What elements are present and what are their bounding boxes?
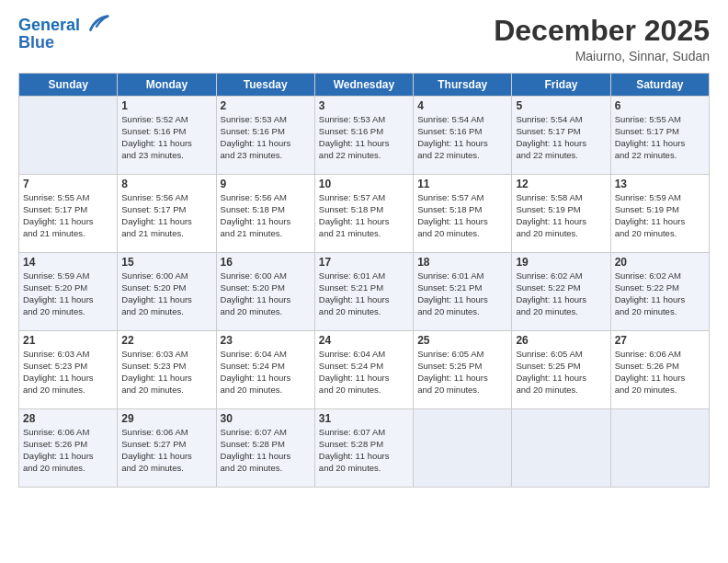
calendar-cell: 3Sunrise: 5:53 AMSunset: 5:16 PMDaylight… [314, 97, 413, 175]
calendar-cell: 8Sunrise: 5:56 AMSunset: 5:17 PMDaylight… [118, 175, 216, 253]
sunset-text: Sunset: 5:20 PM [121, 282, 211, 294]
daylight-text: Daylight: 11 hours [121, 138, 211, 150]
daylight-text-2: and 20 minutes. [319, 385, 409, 396]
calendar-cell: 13Sunrise: 5:59 AMSunset: 5:19 PMDayligh… [610, 175, 709, 253]
daylight-text-2: and 22 minutes. [417, 150, 507, 162]
calendar-cell [512, 409, 610, 488]
daylight-text: Daylight: 11 hours [221, 451, 311, 463]
calendar-cell: 1Sunrise: 5:52 AMSunset: 5:16 PMDaylight… [118, 97, 216, 175]
calendar-week-row: 21Sunrise: 6:03 AMSunset: 5:23 PMDayligh… [19, 331, 710, 409]
sunrise-text: Sunrise: 6:05 AM [516, 349, 606, 361]
daylight-text: Daylight: 11 hours [221, 373, 311, 385]
daylight-text: Daylight: 11 hours [121, 451, 211, 463]
sunrise-text: Sunrise: 5:57 AM [417, 192, 507, 204]
sunset-text: Sunset: 5:16 PM [121, 126, 211, 138]
sunrise-text: Sunrise: 6:03 AM [121, 349, 211, 361]
day-info: Sunrise: 5:54 AMSunset: 5:16 PMDaylight:… [417, 114, 507, 161]
sunset-text: Sunset: 5:27 PM [121, 439, 211, 451]
day-info: Sunrise: 5:56 AMSunset: 5:18 PMDaylight:… [221, 192, 311, 239]
day-number: 7 [23, 178, 113, 190]
daylight-text-2: and 20 minutes. [516, 306, 606, 318]
calendar-header-monday: Monday [118, 74, 216, 97]
sunrise-text: Sunrise: 6:07 AM [221, 427, 311, 439]
sunset-text: Sunset: 5:23 PM [121, 361, 211, 373]
calendar-cell: 22Sunrise: 6:03 AMSunset: 5:23 PMDayligh… [118, 331, 216, 409]
day-number: 26 [516, 334, 606, 347]
day-info: Sunrise: 6:06 AMSunset: 5:27 PMDaylight:… [121, 427, 211, 474]
calendar-week-row: 1Sunrise: 5:52 AMSunset: 5:16 PMDaylight… [19, 97, 710, 175]
daylight-text: Daylight: 11 hours [417, 216, 507, 228]
daylight-text: Daylight: 11 hours [319, 138, 409, 150]
day-number: 18 [417, 256, 507, 269]
day-info: Sunrise: 6:02 AMSunset: 5:22 PMDaylight:… [516, 270, 606, 317]
calendar-header-saturday: Saturday [610, 74, 709, 97]
sunrise-text: Sunrise: 6:06 AM [23, 427, 113, 439]
logo-icon [84, 11, 109, 37]
sunset-text: Sunset: 5:24 PM [221, 361, 311, 373]
sunrise-text: Sunrise: 5:54 AM [516, 114, 606, 126]
calendar-cell: 6Sunrise: 5:55 AMSunset: 5:17 PMDaylight… [610, 97, 709, 175]
daylight-text: Daylight: 11 hours [417, 138, 507, 150]
day-number: 21 [23, 334, 113, 347]
page: General Blue December 2025 Maiurno, Sinn… [0, 0, 728, 563]
day-number: 8 [121, 178, 211, 190]
sunrise-text: Sunrise: 6:00 AM [221, 270, 311, 282]
day-number: 4 [417, 99, 507, 112]
day-info: Sunrise: 5:59 AMSunset: 5:20 PMDaylight:… [23, 270, 113, 317]
calendar-header-tuesday: Tuesday [216, 74, 314, 97]
calendar-cell [414, 409, 512, 488]
calendar-cell: 15Sunrise: 6:00 AMSunset: 5:20 PMDayligh… [118, 253, 216, 331]
day-number: 22 [121, 334, 211, 347]
calendar-cell: 28Sunrise: 6:06 AMSunset: 5:26 PMDayligh… [19, 409, 118, 488]
day-number: 17 [319, 256, 409, 269]
daylight-text-2: and 20 minutes. [221, 306, 311, 318]
daylight-text: Daylight: 11 hours [221, 138, 311, 150]
day-number: 31 [319, 412, 409, 425]
daylight-text: Daylight: 11 hours [319, 294, 409, 306]
day-info: Sunrise: 6:05 AMSunset: 5:25 PMDaylight:… [417, 349, 507, 396]
sunset-text: Sunset: 5:28 PM [319, 439, 409, 451]
calendar-header-thursday: Thursday [414, 74, 512, 97]
sunrise-text: Sunrise: 6:06 AM [615, 349, 705, 361]
daylight-text: Daylight: 11 hours [615, 373, 705, 385]
day-number: 10 [319, 178, 409, 190]
calendar-cell: 16Sunrise: 6:00 AMSunset: 5:20 PMDayligh… [216, 253, 314, 331]
calendar-week-row: 28Sunrise: 6:06 AMSunset: 5:26 PMDayligh… [19, 409, 710, 488]
daylight-text-2: and 21 minutes. [23, 228, 113, 240]
calendar-cell: 11Sunrise: 5:57 AMSunset: 5:18 PMDayligh… [414, 175, 512, 253]
sunrise-text: Sunrise: 6:04 AM [319, 349, 409, 361]
calendar-header-friday: Friday [512, 74, 610, 97]
calendar-cell: 7Sunrise: 5:55 AMSunset: 5:17 PMDaylight… [19, 175, 118, 253]
day-number: 25 [417, 334, 507, 347]
calendar-cell: 18Sunrise: 6:01 AMSunset: 5:21 PMDayligh… [414, 253, 512, 331]
calendar-week-row: 14Sunrise: 5:59 AMSunset: 5:20 PMDayligh… [19, 253, 710, 331]
sunrise-text: Sunrise: 5:54 AM [417, 114, 507, 126]
day-info: Sunrise: 6:03 AMSunset: 5:23 PMDaylight:… [23, 349, 113, 396]
sunrise-text: Sunrise: 5:52 AM [121, 114, 211, 126]
day-info: Sunrise: 5:57 AMSunset: 5:18 PMDaylight:… [319, 192, 409, 239]
sunset-text: Sunset: 5:17 PM [23, 204, 113, 216]
day-number: 24 [319, 334, 409, 347]
title-block: December 2025 Maiurno, Sinnar, Sudan [494, 15, 710, 63]
calendar-cell: 12Sunrise: 5:58 AMSunset: 5:19 PMDayligh… [512, 175, 610, 253]
calendar-week-row: 7Sunrise: 5:55 AMSunset: 5:17 PMDaylight… [19, 175, 710, 253]
sunset-text: Sunset: 5:25 PM [417, 361, 507, 373]
day-info: Sunrise: 6:02 AMSunset: 5:22 PMDaylight:… [615, 270, 705, 317]
daylight-text: Daylight: 11 hours [516, 216, 606, 228]
calendar-cell: 20Sunrise: 6:02 AMSunset: 5:22 PMDayligh… [610, 253, 709, 331]
sunset-text: Sunset: 5:22 PM [615, 282, 705, 294]
sunset-text: Sunset: 5:16 PM [221, 126, 311, 138]
sunrise-text: Sunrise: 5:57 AM [319, 192, 409, 204]
day-info: Sunrise: 6:07 AMSunset: 5:28 PMDaylight:… [319, 427, 409, 474]
sunrise-text: Sunrise: 6:00 AM [121, 270, 211, 282]
day-info: Sunrise: 6:04 AMSunset: 5:24 PMDaylight:… [221, 349, 311, 396]
calendar-cell [610, 409, 709, 488]
day-number: 14 [23, 256, 113, 269]
sunrise-text: Sunrise: 5:59 AM [23, 270, 113, 282]
sunrise-text: Sunrise: 6:01 AM [417, 270, 507, 282]
daylight-text-2: and 20 minutes. [516, 228, 606, 240]
day-info: Sunrise: 5:56 AMSunset: 5:17 PMDaylight:… [121, 192, 211, 239]
day-number: 6 [615, 99, 705, 112]
daylight-text: Daylight: 11 hours [121, 216, 211, 228]
day-number: 3 [319, 99, 409, 112]
